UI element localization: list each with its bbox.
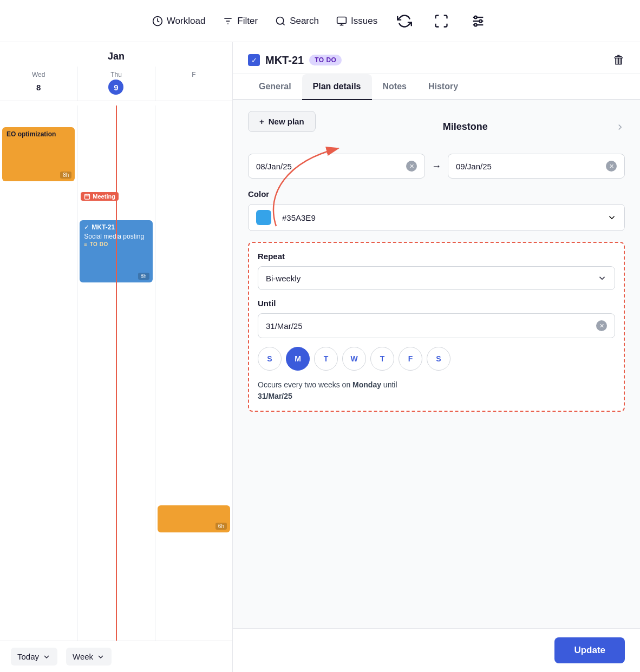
milestone-label: Milestone — [443, 121, 488, 133]
color-select[interactable]: #35A3E9 — [248, 204, 625, 231]
workload-label: Workload — [167, 16, 206, 27]
date-end-clear[interactable]: ✕ — [606, 161, 617, 172]
new-plan-plus: + — [259, 117, 264, 126]
search-button[interactable]: Search — [275, 16, 319, 27]
top-actions-row: + New plan Milestone — [248, 111, 625, 143]
day-btn-fri[interactable]: F — [399, 347, 422, 371]
date-arrow: → — [432, 161, 441, 172]
repeat-chevron-icon — [597, 273, 607, 283]
panel-content: + New plan Milestone 08/Jan/25 ✕ → 09/Ja… — [233, 100, 640, 628]
filter-icon — [223, 16, 233, 27]
milestone-chevron-icon — [615, 122, 625, 132]
workload-button[interactable]: Workload — [152, 16, 206, 27]
calendar-footer: Today Week — [0, 641, 232, 672]
date-range-row: 08/Jan/25 ✕ → 09/Jan/25 ✕ — [248, 154, 625, 179]
calendar-panel: Jan Wed 8 Thu 9 F — [0, 42, 233, 672]
settings-button[interactable] — [468, 11, 488, 31]
calendar-days-row: Wed 8 Thu 9 F — [0, 67, 232, 101]
svg-point-12 — [474, 16, 477, 18]
main-layout: Jan Wed 8 Thu 9 F — [0, 42, 640, 672]
tab-history[interactable]: History — [417, 74, 469, 100]
day-btn-thu[interactable]: T — [370, 347, 394, 371]
cal-day-fri: F — [155, 67, 232, 101]
today-line — [116, 106, 117, 641]
day-btn-wed[interactable]: W — [342, 347, 366, 371]
tab-notes[interactable]: Notes — [372, 74, 417, 100]
today-button[interactable]: Today — [11, 648, 57, 666]
delete-button[interactable]: 🗑 — [613, 53, 625, 67]
task-header: ✓ MKT-21 TO DO 🗑 — [233, 42, 640, 74]
day-buttons-row: S M T W T F S — [258, 347, 615, 371]
filter-label: Filter — [237, 16, 258, 27]
cal-col-wed: EO optimization 8h — [0, 106, 77, 641]
toolbar: Workload Filter Search Issues — [0, 0, 640, 42]
new-plan-button[interactable]: + New plan — [248, 111, 316, 132]
calendar-header: Jan Wed 8 Thu 9 F — [0, 42, 232, 106]
day-btn-sat[interactable]: S — [427, 347, 450, 371]
repeat-label: Repeat — [258, 252, 615, 261]
day-btn-mon[interactable]: M — [286, 347, 310, 371]
date-end-input[interactable]: 09/Jan/25 ✕ — [448, 154, 625, 179]
cal-col-thu: Meeting ✓ MKT-21 Social media posting ≡ … — [77, 106, 155, 641]
tabs-row: General Plan details Notes History — [233, 74, 640, 100]
repeat-value: Bi-weekly — [266, 274, 301, 283]
repeat-section: Repeat Bi-weekly Until 31/Mar/25 ✕ S M T… — [248, 242, 625, 412]
until-label: Until — [258, 299, 615, 308]
filter-button[interactable]: Filter — [223, 16, 258, 27]
color-swatch — [256, 210, 271, 225]
search-label: Search — [290, 16, 319, 27]
task-check: ✓ — [248, 54, 260, 66]
task-status-badge: TO DO — [309, 55, 342, 65]
seo-hours: 8h — [60, 172, 71, 179]
right-panel: ✓ MKT-21 TO DO 🗑 General Plan details No… — [233, 42, 640, 672]
calendar-month: Jan — [0, 51, 232, 62]
seo-card[interactable]: EO optimization 8h — [2, 127, 75, 181]
today-chevron-icon — [42, 653, 51, 661]
small-card[interactable]: 6h — [158, 505, 230, 532]
calendar-body: EO optimization 8h Meeting ✓ — [0, 106, 232, 641]
until-input[interactable]: 31/Mar/25 ✕ — [258, 313, 615, 338]
tab-plan-details[interactable]: Plan details — [302, 74, 372, 100]
day-btn-tue[interactable]: T — [314, 347, 338, 371]
repeat-select[interactable]: Bi-weekly — [258, 266, 615, 290]
panel-footer: Update — [233, 628, 640, 672]
week-label: Week — [73, 652, 93, 661]
date-start-input[interactable]: 08/Jan/25 ✕ — [248, 154, 425, 179]
today-label: Today — [17, 652, 39, 661]
task-title-row: ✓ MKT-21 TO DO — [248, 54, 342, 67]
sync-button[interactable] — [395, 11, 414, 31]
cal-col-fri: 6h — [155, 106, 232, 641]
meeting-badge: Meeting — [81, 192, 119, 201]
date-start-value: 08/Jan/25 — [256, 162, 292, 171]
update-button[interactable]: Update — [554, 637, 625, 663]
week-chevron-icon — [96, 653, 105, 661]
issues-icon — [336, 16, 347, 27]
meeting-text: Meeting — [93, 193, 115, 200]
new-plan-label: New plan — [269, 117, 304, 126]
task-id: MKT-21 — [265, 54, 304, 67]
clock-icon — [152, 16, 163, 27]
todo-text: TO DO — [90, 241, 108, 247]
day-btn-sun[interactable]: S — [258, 347, 282, 371]
svg-point-4 — [277, 17, 284, 24]
week-button[interactable]: Week — [66, 648, 112, 666]
cal-day-thu: Thu 9 — [77, 67, 155, 101]
search-icon — [275, 16, 286, 27]
small-hours: 6h — [215, 523, 227, 530]
color-chevron-icon — [607, 213, 617, 222]
fullscreen-icon — [434, 14, 449, 29]
fullscreen-button[interactable] — [432, 11, 451, 31]
issues-button[interactable]: Issues — [336, 16, 377, 27]
svg-rect-15 — [85, 194, 90, 199]
color-value: #35A3E9 — [282, 213, 316, 222]
svg-rect-6 — [337, 17, 347, 23]
date-start-clear[interactable]: ✕ — [406, 161, 417, 172]
svg-line-5 — [283, 23, 285, 25]
tab-general[interactable]: General — [248, 74, 302, 100]
until-clear[interactable]: ✕ — [596, 320, 607, 331]
meeting-label-card[interactable]: Meeting — [81, 192, 119, 203]
until-value: 31/Mar/25 — [266, 321, 303, 331]
occurs-text: Occurs every two weeks on Monday until 3… — [258, 379, 615, 402]
issues-label: Issues — [351, 16, 377, 27]
svg-point-13 — [479, 19, 482, 22]
